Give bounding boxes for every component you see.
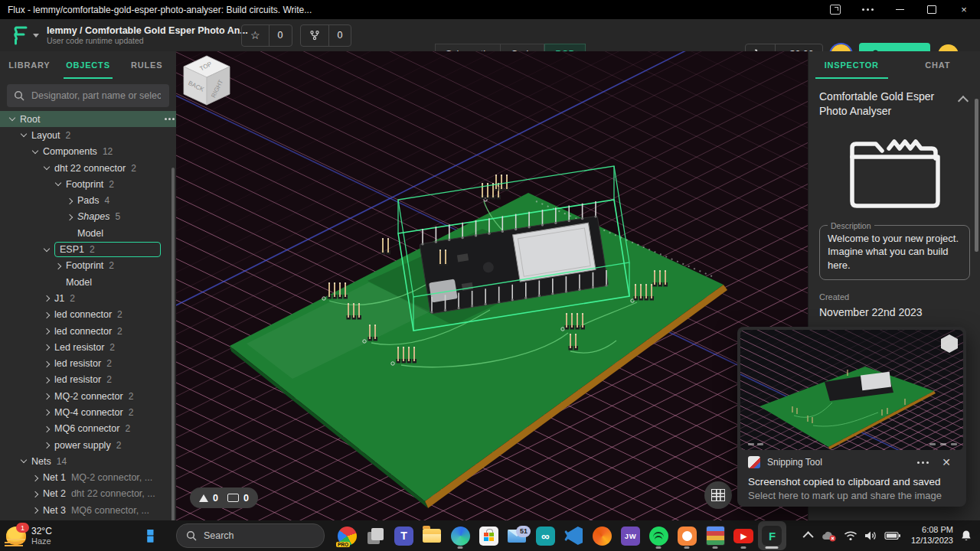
fork-button[interactable]: 0 — [300, 24, 352, 47]
volume-icon[interactable] — [864, 530, 877, 541]
screenshot-thumbnail[interactable] — [740, 330, 963, 450]
window-menu-icon[interactable] — [851, 0, 884, 19]
tab-preview-icon[interactable] — [819, 0, 851, 19]
tree-item-j1[interactable]: J12 — [0, 290, 176, 306]
tree-item-model[interactable]: Model — [0, 274, 176, 290]
tree-item-led-resistor[interactable]: led resistor2 — [0, 372, 176, 388]
chevron-right-icon[interactable] — [42, 326, 52, 336]
view-cube[interactable]: TOP BACK RIGHT — [176, 51, 237, 112]
left-scrollbar[interactable] — [172, 168, 175, 520]
chevron-right-icon[interactable] — [42, 407, 52, 417]
taskbar-icon-jw-library[interactable]: JW — [616, 521, 645, 550]
close-icon[interactable]: × — [948, 0, 980, 19]
taskbar-icon-store[interactable] — [475, 521, 503, 550]
canvas-status-badges[interactable]: 0 0 — [190, 487, 258, 508]
taskbar-icon-arduino[interactable]: ∞ — [531, 521, 560, 550]
notification-close-icon[interactable]: ✕ — [942, 456, 951, 468]
tree-item-mq6-connector[interactable]: MQ6 connector2 — [0, 421, 176, 437]
chevron-right-icon[interactable] — [31, 505, 41, 515]
taskbar-icon-flux[interactable]: F — [758, 521, 786, 550]
tree-item-footprint[interactable]: Footprint2 — [0, 176, 176, 192]
taskbar-search[interactable]: Search — [176, 523, 325, 548]
chevron-right-icon[interactable] — [65, 212, 75, 222]
maximize-icon[interactable] — [916, 0, 948, 19]
tree-item-mq-4-connector[interactable]: MQ-4 connector2 — [0, 404, 176, 420]
snipping-tool-notification[interactable]: Snipping Tool ✕ Screenshot copied to cli… — [737, 327, 966, 507]
chevron-right-icon[interactable] — [42, 440, 52, 450]
notification-menu-icon[interactable] — [922, 461, 924, 464]
chevron-down-icon[interactable] — [42, 245, 52, 255]
tree-item-mq-2-connector[interactable]: MQ-2 connector2 — [0, 388, 176, 404]
taskbar-icon-edge[interactable] — [446, 521, 475, 550]
rename-input[interactable]: ESP12 — [54, 242, 161, 257]
tab-objects[interactable]: OBJECTS — [59, 51, 118, 79]
chevron-down-icon[interactable] — [8, 114, 18, 124]
taskbar-icon-window-stack[interactable] — [361, 521, 390, 550]
tree-item-components[interactable]: Components12 — [0, 144, 176, 160]
tree-item-root[interactable]: Root — [0, 111, 176, 127]
taskbar-icon-winrar[interactable] — [701, 521, 730, 550]
tree-item-led-resistor[interactable]: led resistor2 — [0, 355, 176, 371]
tree-item-led-resistor[interactable]: Led resistor2 — [0, 339, 176, 355]
taskbar-clock[interactable]: 6:08 PM 12/13/2023 — [911, 525, 953, 546]
tree-item-footprint[interactable]: Footprint2 — [0, 258, 176, 274]
taskbar-icon-photos[interactable]: PRO — [333, 521, 361, 550]
description-field[interactable]: Description Welcome to your new project.… — [819, 221, 970, 281]
chevron-right-icon[interactable] — [42, 424, 52, 434]
tree-item-net-2[interactable]: Net 2dht 22 connector, ... — [0, 486, 176, 502]
tree-item-pads[interactable]: Pads4 — [0, 192, 176, 208]
wifi-icon[interactable] — [844, 530, 858, 541]
start-button[interactable] — [140, 522, 168, 549]
tree-item-power-supply[interactable]: power supply2 — [0, 437, 176, 453]
chevron-down-icon[interactable] — [19, 456, 29, 466]
tab-chat[interactable]: CHAT — [895, 51, 980, 79]
tree-item-nets[interactable]: Nets14 — [0, 453, 176, 469]
chevron-right-icon[interactable] — [31, 489, 41, 499]
tree-item-model[interactable]: Model — [0, 225, 176, 241]
chevron-right-icon[interactable] — [42, 391, 52, 401]
tree-item-shapes[interactable]: Shapes5 — [0, 209, 176, 225]
collapse-chevron-icon[interactable] — [958, 96, 969, 106]
taskbar-icon-file-explorer[interactable] — [418, 521, 446, 550]
chevron-right-icon[interactable] — [42, 342, 52, 352]
tab-library[interactable]: LIBRARY — [0, 51, 59, 79]
pcb-3d-viewport[interactable]: TOP BACK RIGHT 0 0 — [176, 51, 808, 520]
chevron-right-icon[interactable] — [65, 196, 75, 206]
object-search[interactable] — [7, 84, 169, 107]
chevron-right-icon[interactable] — [42, 359, 52, 369]
tray-overflow-icon[interactable] — [802, 531, 813, 542]
chevron-down-icon[interactable] — [54, 179, 64, 189]
onedrive-icon[interactable] — [820, 530, 837, 542]
tree-item-net-1[interactable]: Net 1MQ-2 connector, ... — [0, 470, 176, 486]
tree-item-layout[interactable]: Layout2 — [0, 127, 176, 143]
taskbar-icon-spotify[interactable] — [645, 521, 673, 550]
chevron-right-icon[interactable] — [42, 310, 52, 320]
chevron-down-icon[interactable] — [19, 130, 29, 140]
tree-item-dht-22-connector[interactable]: dht 22 connector2 — [0, 160, 176, 176]
chevron-down-icon[interactable] — [31, 147, 41, 157]
minimize-icon[interactable] — [884, 0, 916, 19]
tab-inspector[interactable]: INSPECTOR — [808, 51, 895, 79]
taskbar-icon-vscode[interactable] — [560, 521, 588, 550]
tree-item-led-connector[interactable]: led connector2 — [0, 307, 176, 323]
taskbar-icon-youtube[interactable]: ▶ — [730, 521, 758, 550]
battery-icon[interactable] — [884, 530, 901, 541]
search-input[interactable] — [30, 90, 162, 102]
flux-logo[interactable] — [0, 24, 47, 46]
grid-toggle-button[interactable] — [704, 481, 732, 509]
tree-item-esp1[interactable]: ESP12 — [0, 241, 176, 257]
taskbar-icon-postman[interactable] — [673, 521, 701, 550]
chevron-right-icon[interactable] — [42, 375, 52, 385]
chevron-right-icon[interactable] — [42, 293, 52, 303]
weather-widget[interactable]: 1 32°C Haze — [0, 526, 121, 546]
notification-bell-icon[interactable] — [960, 530, 972, 542]
taskbar-icon-teams[interactable]: T — [390, 521, 418, 550]
tree-item-net-3[interactable]: Net 3MQ6 connector, ... — [0, 502, 176, 518]
tab-rules[interactable]: RULES — [117, 51, 176, 79]
taskbar-icon-grafana[interactable] — [588, 521, 616, 550]
star-button[interactable]: ☆ 0 — [241, 24, 292, 47]
right-scrollbar[interactable] — [975, 99, 978, 252]
tree-item-led-connector[interactable]: led connector2 — [0, 323, 176, 339]
chevron-right-icon[interactable] — [31, 473, 41, 483]
taskbar-icon-mail[interactable]: 51 — [503, 521, 531, 550]
